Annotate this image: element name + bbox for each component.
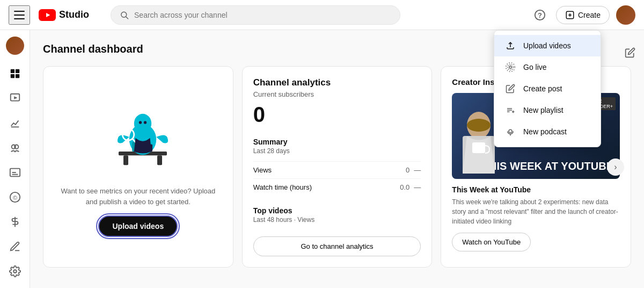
svg-point-34 (144, 121, 147, 124)
svg-rect-10 (10, 74, 14, 78)
dropdown-menu: Upload videos Go live Create post (494, 30, 601, 147)
go-to-analytics-button[interactable]: Go to channel analytics (253, 236, 421, 256)
svg-point-48 (509, 129, 512, 133)
subtitles-icon (9, 167, 21, 178)
sidebar-item-comments[interactable] (2, 135, 28, 160)
upload-icon (505, 40, 516, 51)
dropdown-newplaylist-label: New playlist (523, 106, 564, 114)
svg-rect-38 (472, 142, 485, 153)
search-icon (120, 10, 129, 20)
svg-rect-9 (15, 69, 19, 73)
svg-text:©: © (12, 195, 17, 201)
chevron-right-button[interactable]: › (607, 159, 624, 176)
dropdown-upload-label: Upload videos (523, 41, 571, 50)
upload-prompt-text: Want to see metrics on your recent video… (54, 186, 222, 207)
sidebar-item-settings[interactable] (2, 259, 28, 284)
dropdown-new-podcast[interactable]: New podcast (494, 121, 601, 142)
create-button[interactable]: Create (556, 6, 610, 24)
upload-videos-button[interactable]: Upload videos (98, 215, 178, 237)
sidebar-item-analytics[interactable] (2, 111, 28, 135)
dashboard-icon (9, 68, 21, 80)
create-icon (565, 10, 575, 20)
svg-rect-8 (10, 69, 14, 73)
dropdown-upload-videos[interactable]: Upload videos (494, 35, 601, 56)
sidebar-item-copyright[interactable]: © (2, 185, 28, 210)
dropdown-golive-label: Go live (523, 63, 547, 71)
settings-icon (9, 265, 21, 277)
top-videos-title: Top videos (253, 206, 421, 215)
earn-icon (9, 216, 21, 228)
sidebar-item-customize[interactable] (2, 234, 28, 259)
watch-time-metric-row: Watch time (hours) 0.0 — (253, 178, 421, 196)
logo-text: Studio (59, 9, 89, 20)
new-podcast-icon (505, 126, 516, 137)
dropdown-create-post[interactable]: Create post (494, 78, 601, 99)
watch-time-trend: — (414, 183, 421, 191)
customize-icon (9, 241, 21, 253)
hamburger-button[interactable] (9, 5, 30, 25)
summary-period: Last 28 days (253, 147, 421, 155)
dropdown-createpost-label: Create post (523, 84, 562, 93)
watch-time-label: Watch time (hours) (253, 183, 312, 191)
watch-on-youtube-button[interactable]: Watch on YouTube (452, 233, 531, 251)
new-playlist-icon (505, 105, 516, 116)
top-videos-sub: Last 48 hours · Views (253, 216, 421, 224)
summary-title: Summary (253, 138, 421, 146)
dropdown-new-playlist[interactable]: New playlist (494, 99, 601, 121)
analytics-title: Channel analytics (253, 77, 421, 88)
views-value: 0 — (406, 166, 421, 174)
views-metric-row: Views 0 — (253, 161, 421, 178)
comments-icon (9, 142, 21, 154)
watch-time-value: 0.0 — (400, 183, 421, 191)
sidebar: © (0, 30, 30, 288)
content-icon (9, 92, 21, 104)
youtube-logo-icon (39, 9, 56, 21)
svg-point-23 (13, 270, 17, 273)
subscribers-label: Current subscribers (253, 90, 421, 98)
upload-illustration (90, 97, 186, 177)
creator-description: This week we're talking about 2 experime… (452, 197, 620, 226)
views-label: Views (253, 166, 272, 174)
svg-point-40 (509, 66, 512, 69)
analytics-icon (9, 117, 21, 129)
help-button[interactable]: ? (530, 5, 550, 25)
copyright-icon: © (9, 191, 21, 203)
sidebar-item-dashboard[interactable] (2, 61, 28, 86)
sidebar-item-subtitles[interactable] (2, 160, 28, 185)
analytics-card: Channel analytics Current subscribers 0 … (242, 66, 433, 268)
svg-point-28 (134, 114, 151, 133)
svg-point-33 (139, 121, 142, 124)
svg-marker-0 (46, 13, 50, 17)
svg-rect-26 (157, 155, 162, 165)
dropdown-newpodcast-label: New podcast (523, 127, 567, 136)
svg-rect-11 (15, 74, 19, 78)
dropdown-go-live[interactable]: Go live (494, 56, 601, 78)
edit-icon[interactable] (620, 43, 640, 62)
sidebar-item-avatar[interactable] (2, 34, 28, 59)
create-post-icon (505, 83, 516, 94)
subscriber-count: 0 (253, 103, 421, 127)
header-left: Studio (9, 5, 89, 25)
search-input[interactable] (134, 11, 391, 19)
upload-card: Want to see metrics on your recent video… (43, 66, 233, 268)
search-bar[interactable] (111, 5, 400, 25)
create-label: Create (578, 11, 601, 19)
creator-video-title: This Week at YouTube (452, 185, 620, 194)
svg-rect-25 (123, 155, 128, 165)
svg-line-2 (126, 17, 128, 19)
header-right: ? Create (530, 5, 635, 25)
sidebar-item-content[interactable] (2, 86, 28, 111)
logo[interactable]: Studio (39, 9, 89, 21)
header: Studio ? Create (0, 0, 644, 30)
svg-marker-13 (14, 96, 17, 99)
avatar[interactable] (616, 5, 635, 25)
svg-point-37 (467, 119, 491, 132)
svg-text:?: ? (538, 11, 542, 19)
sidebar-avatar (6, 37, 24, 55)
sidebar-item-earn[interactable] (2, 210, 28, 234)
svg-point-41 (508, 64, 514, 70)
help-icon: ? (534, 9, 546, 21)
play-icon (43, 12, 52, 18)
go-live-icon (505, 62, 516, 73)
views-trend: — (414, 166, 421, 174)
